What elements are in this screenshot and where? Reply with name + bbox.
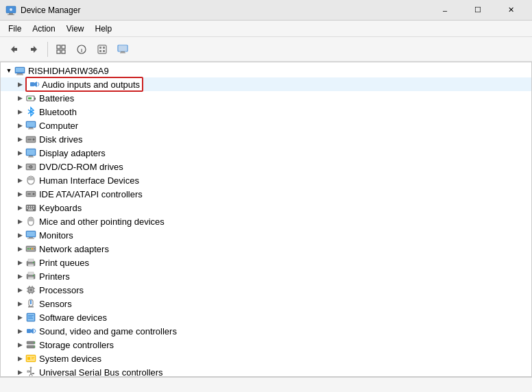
printqueues-icon <box>25 257 36 268</box>
svg-marker-126 <box>29 367 32 368</box>
tree-item-storage[interactable]: ▶ Storage controllers <box>1 338 531 352</box>
system-expand-arrow[interactable]: ▶ <box>14 353 25 364</box>
dvd-expand-arrow[interactable]: ▶ <box>14 161 25 172</box>
dvd-icon <box>25 161 36 172</box>
svg-rect-44 <box>29 156 33 157</box>
tree-item-processors[interactable]: ▶ Processors <box>1 283 531 297</box>
bluetooth-label: Bluetooth <box>39 107 77 117</box>
maximize-button[interactable]: ☐ <box>462 0 494 21</box>
svg-rect-5 <box>14 48 17 51</box>
tree-item-bluetooth[interactable]: ▶ Bluetooth <box>1 105 531 119</box>
device-tree[interactable]: ▼ RISHIDHARIW36A9 ▶ <box>1 62 531 376</box>
printqueues-expand-arrow[interactable]: ▶ <box>14 257 25 268</box>
display-icon <box>25 147 36 158</box>
back-button[interactable] <box>4 40 23 59</box>
printers-expand-arrow[interactable]: ▶ <box>14 271 25 282</box>
software-expand-arrow[interactable]: ▶ <box>14 312 25 323</box>
svg-rect-81 <box>32 248 33 249</box>
printers-icon <box>25 271 36 282</box>
usb-expand-arrow[interactable]: ▶ <box>14 367 25 376</box>
tree-item-printers[interactable]: ▶ Printers <box>1 269 531 283</box>
svg-rect-60 <box>27 206 28 208</box>
monitors-icon <box>25 230 36 241</box>
minimize-button[interactable]: – <box>429 0 461 21</box>
root-expand-arrow[interactable]: ▼ <box>3 65 14 76</box>
system-icon <box>25 353 36 364</box>
tree-item-batteries[interactable]: ▶ Batteries <box>1 91 531 105</box>
printers-label: Printers <box>39 271 70 282</box>
svg-rect-87 <box>33 262 34 263</box>
toolbar: i <box>0 37 532 62</box>
sensors-icon <box>25 298 36 309</box>
display-expand-arrow[interactable]: ▶ <box>14 147 25 158</box>
svg-rect-86 <box>28 265 34 266</box>
disk-icon <box>25 134 36 145</box>
monitor-button[interactable] <box>113 40 132 59</box>
menu-bar: File Action View Help <box>0 21 532 37</box>
svg-rect-41 <box>27 139 32 140</box>
storage-expand-arrow[interactable]: ▶ <box>14 339 25 350</box>
menu-file[interactable]: File <box>3 23 27 35</box>
bluetooth-icon <box>25 106 36 117</box>
mice-expand-arrow[interactable]: ▶ <box>14 216 25 227</box>
show-hide-button[interactable] <box>51 40 71 59</box>
disk-expand-arrow[interactable]: ▶ <box>14 134 25 145</box>
computer-label: Computer <box>39 121 78 131</box>
properties-button[interactable]: i <box>72 40 91 59</box>
processors-expand-arrow[interactable]: ▶ <box>14 284 25 295</box>
tree-item-system[interactable]: ▶ System devices <box>1 352 531 365</box>
system-label: System devices <box>39 354 101 364</box>
tree-item-ide[interactable]: ▶ IDE ATA/ATAPI controllers <box>1 187 531 201</box>
monitors-label: Monitors <box>39 230 73 241</box>
close-button[interactable]: ✕ <box>495 0 527 21</box>
svg-line-29 <box>38 82 39 84</box>
update-button[interactable] <box>93 40 112 59</box>
sound-expand-arrow[interactable]: ▶ <box>14 326 25 336</box>
svg-rect-90 <box>28 277 34 278</box>
menu-action[interactable]: Action <box>27 23 60 35</box>
tree-item-computer[interactable]: ▶ Computer <box>1 119 531 132</box>
computer-expand-arrow[interactable]: ▶ <box>14 120 25 131</box>
tree-item-disk[interactable]: ▶ Disk drives <box>1 132 531 146</box>
sound-label: Sound, video and game controllers <box>39 326 177 336</box>
keyboards-expand-arrow[interactable]: ▶ <box>14 202 25 213</box>
menu-view[interactable]: View <box>61 23 90 35</box>
network-expand-arrow[interactable]: ▶ <box>14 243 25 254</box>
hid-label: Human Interface Devices <box>39 175 139 186</box>
hid-expand-arrow[interactable]: ▶ <box>14 175 25 186</box>
usb-icon <box>25 367 36 376</box>
monitors-expand-arrow[interactable]: ▶ <box>14 230 25 241</box>
title-bar: Device Manager – ☐ ✕ <box>0 0 532 21</box>
tree-item-keyboards[interactable]: ▶ Keyboards <box>1 201 531 215</box>
svg-rect-62 <box>31 206 32 208</box>
tree-item-mice[interactable]: ▶ Mice and other pointing devices <box>1 215 531 228</box>
disk-label: Disk drives <box>39 134 83 145</box>
tree-item-printqueues[interactable]: ▶ Print queues <box>1 256 531 269</box>
root-label: RISHIDHARIW36A9 <box>28 66 109 76</box>
bluetooth-expand-arrow[interactable]: ▶ <box>14 106 25 117</box>
batteries-expand-arrow[interactable]: ▶ <box>14 93 25 103</box>
tree-item-display[interactable]: ▶ Display adapters <box>1 146 531 160</box>
tree-item-sound[interactable]: ▶ Sound, video and game controllers <box>1 324 531 338</box>
tree-item-software[interactable]: ▶ Software devices <box>1 310 531 324</box>
network-label: Network adapters <box>39 244 109 254</box>
tree-root[interactable]: ▼ RISHIDHARIW36A9 <box>1 64 531 77</box>
tree-item-sensors[interactable]: ▶ Sensors <box>1 297 531 310</box>
tree-item-monitors[interactable]: ▶ Monitors <box>1 228 531 242</box>
audio-expand-arrow[interactable]: ▶ <box>14 79 25 90</box>
tree-item-usb[interactable]: ▶ Universal Serial Bus controllers <box>1 365 531 376</box>
svg-rect-112 <box>27 329 31 333</box>
sensors-expand-arrow[interactable]: ▶ <box>14 298 25 309</box>
ide-expand-arrow[interactable]: ▶ <box>14 188 25 199</box>
svg-rect-11 <box>62 50 65 53</box>
tree-item-network[interactable]: ▶ Network adapters <box>1 242 531 256</box>
svg-rect-20 <box>119 46 127 51</box>
tree-item-dvd[interactable]: ▶ DVD/CD-ROM drives <box>1 160 531 173</box>
svg-rect-33 <box>28 97 32 99</box>
forward-button[interactable] <box>25 40 44 59</box>
ide-icon <box>25 188 36 199</box>
tree-item-hid[interactable]: ▶ Human Interface Devices <box>1 173 531 187</box>
tree-item-audio[interactable]: ▶ Audio inputs and outputs <box>1 77 531 91</box>
svg-rect-70 <box>28 218 31 221</box>
menu-help[interactable]: Help <box>90 23 118 35</box>
